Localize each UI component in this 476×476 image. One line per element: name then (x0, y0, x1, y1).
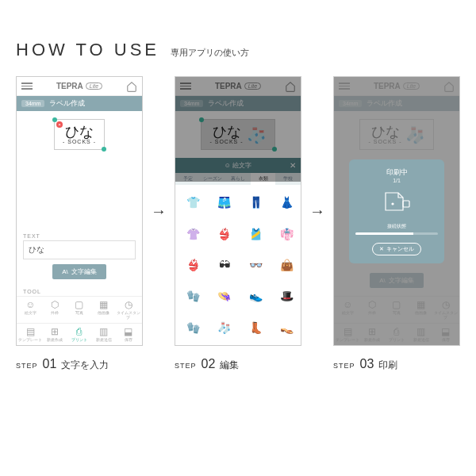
emoji-item[interactable]: 👜 (271, 250, 301, 280)
emoji-tab[interactable]: シーズン (201, 173, 226, 185)
home-icon[interactable] (285, 81, 296, 92)
send-icon: ▥ (91, 327, 116, 336)
emoji-item[interactable]: 👟 (240, 281, 271, 311)
socks-graphic-icon: 🧦 (247, 125, 267, 144)
size-badge[interactable]: 34mm (21, 100, 44, 107)
app-logo: TEPRA Lite (56, 82, 102, 90)
template-icon: ▤ (18, 327, 43, 336)
app-topbar: TEPRA Lite (17, 77, 142, 96)
emoji-item[interactable]: 🧤 (178, 313, 208, 343)
menu-icon[interactable] (21, 83, 33, 90)
step-1-label: STEP 01 文字を入力 (16, 357, 143, 372)
print-status: 接続状態 (355, 223, 438, 230)
tool-row-2: ▤テンプレート ⊞新規作成 ⎙プリント ▥新規送信 ⬓保存 (17, 323, 142, 345)
page-title: HOW TO USE (16, 40, 159, 60)
print-dialog: 印刷中 1/1 接続状態 ✕ キャンセル (349, 159, 444, 263)
emoji-panel-title: ☺ 絵文字 (225, 161, 251, 170)
svg-point-1 (392, 203, 393, 205)
emoji-item[interactable]: 👒 (209, 281, 239, 311)
app-topbar: TEPRA Lite (175, 77, 301, 96)
app-subbar: 34mm ラベル作成 (17, 96, 142, 111)
close-icon[interactable]: ✕ (290, 161, 296, 170)
phone-step-2: TEPRA Lite 34mm ラベル作成 ひな - SOCKS - 🧦 ☺ 絵… (175, 76, 301, 346)
emoji-item[interactable]: 👗 (271, 187, 301, 217)
page-header: HOW TO USE 専用アプリの使い方 (16, 40, 460, 60)
arrow-icon: → (309, 202, 325, 221)
steps-row: STEP 01 文字を入力 STEP 02 編集 STEP 03 印刷 (16, 357, 460, 372)
label-canvas[interactable]: × ひな - SOCKS - (17, 111, 142, 158)
emoji-grid: 👕🩳👖👗🧥👖👚👙🎽👘🩲🧦👙🕶👓👜🩴🧣🧤👒👟🎩👞🧢🧤🧦👢👡🥾👠 (175, 185, 301, 345)
smiley-icon: ☺ (18, 300, 43, 309)
app-logo: TEPRA Lite (215, 82, 261, 90)
page-subtitle: 専用アプリの使い方 (171, 47, 249, 59)
tool-section-label: TOOL (17, 287, 142, 296)
edit-icon: A\ (62, 268, 68, 275)
label-preview[interactable]: × ひな - SOCKS - (54, 119, 105, 150)
hexagon-icon: ⬡ (43, 300, 67, 309)
emoji-tab[interactable]: 予定 (175, 173, 201, 185)
tool-emoji[interactable]: ☺絵文字 (18, 300, 43, 320)
cancel-button[interactable]: ✕ キャンセル (372, 243, 421, 255)
emoji-item[interactable]: 👙 (209, 218, 239, 248)
menu-icon[interactable] (180, 83, 191, 90)
text-section-label: TEXT (17, 232, 142, 240)
printer-icon (381, 188, 413, 215)
emoji-item[interactable]: 🎽 (240, 218, 271, 248)
screen-title: ラベル作成 (49, 98, 85, 109)
emoji-item[interactable]: 🎩 (271, 281, 301, 311)
progress-bar (355, 232, 438, 235)
text-edit-button[interactable]: A\ 文字編集 (52, 264, 106, 279)
picture-icon: ▦ (91, 300, 116, 309)
emoji-item[interactable]: 👡 (271, 313, 301, 343)
dialog-title: 印刷中 (355, 167, 438, 178)
tool-other-image[interactable]: ▦他画像 (91, 300, 116, 320)
emoji-item[interactable]: 👘 (271, 218, 301, 248)
emoji-item[interactable]: 👕 (178, 187, 208, 217)
tool-save[interactable]: ⬓保存 (116, 327, 140, 342)
tool-timestamp[interactable]: ◷タイムスタンプ (116, 300, 140, 320)
emoji-panel-header: ☺ 絵文字 ✕ (175, 158, 301, 173)
app-subbar: 34mm ラベル作成 (175, 96, 301, 111)
home-icon[interactable] (126, 81, 137, 92)
print-count: 1/1 (355, 178, 438, 183)
plus-doc-icon: ⊞ (43, 327, 67, 336)
label-canvas[interactable]: ひな - SOCKS - 🧦 (175, 111, 301, 158)
emoji-item[interactable]: 👓 (240, 250, 271, 280)
emoji-item[interactable]: 🧤 (178, 281, 208, 311)
tool-template[interactable]: ▤テンプレート (18, 327, 43, 342)
emoji-item[interactable]: 👢 (240, 313, 271, 343)
emoji-item[interactable]: 👚 (178, 218, 208, 248)
tool-row-1: ☺絵文字 ⬡外枠 ▢写真 ▦他画像 ◷タイムスタンプ (17, 296, 142, 323)
tool-frame[interactable]: ⬡外枠 (43, 300, 67, 320)
print-icon: ⎙ (67, 327, 92, 336)
text-input[interactable]: ひな (23, 240, 136, 259)
emoji-tab[interactable]: 暮らし (225, 173, 251, 185)
image-icon: ▢ (67, 300, 92, 309)
phone-step-3: TEPRA Lite 34mm ラベル作成 ひな - SOCKS - 🧦 (333, 76, 460, 346)
emoji-tab[interactable]: 学校 (275, 173, 301, 185)
brand-sub: Lite (86, 83, 102, 90)
tool-print[interactable]: ⎙プリント (67, 327, 92, 342)
tool-new[interactable]: ⊞新規作成 (43, 327, 67, 342)
emoji-item[interactable]: 🩳 (209, 187, 239, 217)
clock-icon: ◷ (116, 300, 140, 309)
label-preview[interactable]: ひな - SOCKS - 🧦 (201, 119, 274, 150)
delete-handle-icon[interactable]: × (56, 121, 63, 128)
emoji-item[interactable]: 👖 (240, 187, 271, 217)
phone-step-1: TEPRA Lite 34mm ラベル作成 × ひな - SOCKS - TEX… (16, 76, 143, 346)
label-sub-text: - SOCKS - (63, 139, 96, 144)
step-3-label: STEP 03 印刷 (333, 357, 460, 372)
tool-send[interactable]: ▥新規送信 (91, 327, 116, 342)
step-2-label: STEP 02 編集 (175, 357, 301, 372)
emoji-item[interactable]: 🧦 (209, 313, 239, 343)
emoji-item[interactable]: 🕶 (209, 250, 239, 280)
emoji-category-tabs: 予定 シーズン 暮らし 衣類 学校 (175, 173, 301, 185)
modal-backdrop: 印刷中 1/1 接続状態 ✕ キャンセル (334, 77, 459, 345)
emoji-item[interactable]: 👙 (178, 250, 208, 280)
emoji-tab[interactable]: 衣類 (251, 173, 276, 185)
svg-rect-0 (403, 201, 409, 207)
arrow-icon: → (151, 202, 167, 221)
tool-photo[interactable]: ▢写真 (67, 300, 92, 320)
download-icon: ⬓ (116, 327, 140, 336)
phones-row: TEPRA Lite 34mm ラベル作成 × ひな - SOCKS - TEX… (16, 76, 460, 346)
